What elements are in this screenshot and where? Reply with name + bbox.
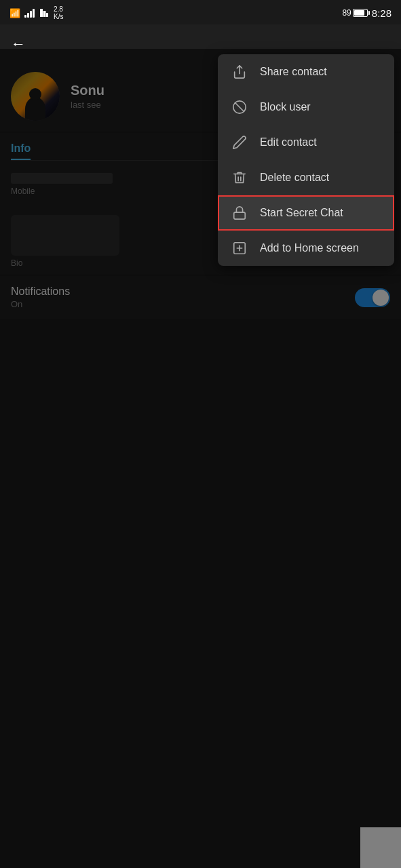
signal-icon <box>24 8 35 18</box>
wifi-icon: 📶 <box>9 8 20 18</box>
data-speed: 2.8 K/s <box>54 5 63 20</box>
menu-item-add-to-home[interactable]: Add to Home screen <box>218 231 394 266</box>
svg-line-2 <box>235 103 244 112</box>
network-icon <box>39 7 50 18</box>
trash-icon <box>231 170 248 186</box>
share-contact-label: Share contact <box>260 66 327 78</box>
add-home-icon <box>231 240 248 256</box>
delete-contact-label: Delete contact <box>260 172 329 184</box>
menu-item-delete-contact[interactable]: Delete contact <box>218 160 394 195</box>
page-content: ← Sonu last see Info Mobile Bio Notifica… <box>0 24 401 868</box>
battery-indicator: 89 <box>342 8 367 18</box>
menu-item-edit-contact[interactable]: Edit contact <box>218 125 394 160</box>
block-icon <box>231 99 248 115</box>
svg-rect-3 <box>234 212 246 219</box>
context-menu: Share contact Block user Edit contact <box>218 54 394 266</box>
menu-item-share-contact[interactable]: Share contact <box>218 54 394 90</box>
lock-icon <box>231 205 248 221</box>
status-right: 89 8:28 <box>342 7 392 19</box>
menu-item-start-secret-chat[interactable]: Start Secret Chat <box>218 195 394 231</box>
status-left: 📶 2.8 K/s <box>9 5 63 20</box>
edit-contact-label: Edit contact <box>260 136 317 149</box>
battery-icon <box>353 9 368 17</box>
share-icon <box>231 64 248 80</box>
add-to-home-label: Add to Home screen <box>260 242 359 254</box>
start-secret-chat-label: Start Secret Chat <box>260 207 343 219</box>
menu-item-block-user[interactable]: Block user <box>218 90 394 125</box>
edit-icon <box>231 134 248 151</box>
block-user-label: Block user <box>260 101 311 113</box>
clock: 8:28 <box>372 7 392 19</box>
status-bar: 📶 2.8 K/s 89 8:28 <box>0 0 401 24</box>
battery-percent: 89 <box>342 8 351 18</box>
